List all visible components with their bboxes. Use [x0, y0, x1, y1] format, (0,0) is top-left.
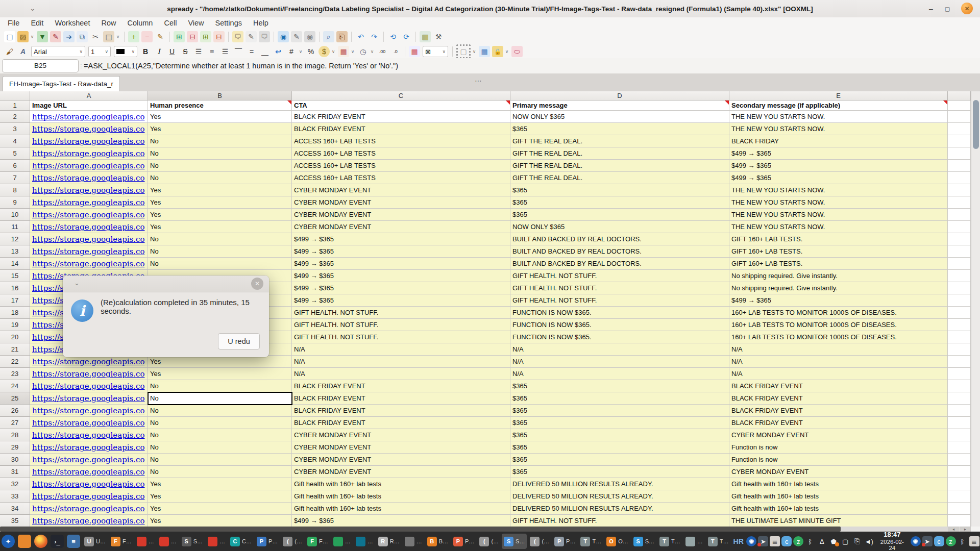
cell-D12[interactable]: BUILT AND BACKED BY REAL DOCTORS. — [510, 233, 729, 245]
cell-F29[interactable] — [948, 441, 971, 454]
valign-bottom-icon[interactable]: ⎽ — [259, 46, 271, 57]
image-url-link[interactable]: https://storage.googleapis.co — [32, 492, 144, 501]
row-header-33[interactable]: 33 — [0, 490, 30, 503]
cell-B11[interactable]: Yes — [148, 221, 292, 233]
menu-worksheet[interactable]: Worksheet — [49, 17, 95, 29]
align-right-icon[interactable]: ☰ — [219, 46, 231, 57]
cell-A22[interactable]: https://storage.googleapis.co — [30, 356, 148, 368]
save-as-icon[interactable]: ✎ — [50, 31, 61, 42]
cell-F17[interactable] — [948, 294, 971, 307]
cell-F28[interactable] — [948, 429, 971, 441]
cell-A11[interactable]: https://storage.googleapis.co — [30, 221, 148, 233]
merge-cells-icon[interactable]: ↩ — [273, 46, 284, 57]
row-header-8[interactable]: 8 — [0, 184, 30, 196]
cell-C22[interactable]: N/A — [292, 356, 510, 368]
cell-D31[interactable]: $365 — [510, 466, 729, 478]
cell-A3[interactable]: https://storage.googleapis.co — [30, 123, 148, 135]
cell-C17[interactable]: $499 → $365 — [292, 294, 510, 307]
align-left-icon[interactable]: ☰ — [193, 46, 204, 57]
cut-icon[interactable]: ✂ — [90, 31, 101, 42]
clock[interactable]: 18:47 2026-02-24 — [878, 531, 906, 551]
image-url-link[interactable]: https://storage.googleapis.co — [32, 455, 144, 464]
menu-cell[interactable]: Cell — [158, 17, 182, 29]
cell-B35[interactable]: Yes — [148, 515, 292, 527]
header-cell-F1[interactable] — [948, 101, 971, 111]
image-url-link[interactable]: https://storage.googleapis.co — [32, 235, 144, 244]
cell-B31[interactable]: No — [148, 466, 292, 478]
cell-F14[interactable] — [948, 258, 971, 270]
header-cell-A1[interactable]: Image URL — [30, 101, 148, 111]
image-url-link[interactable]: https://storage.googleapis.co — [32, 210, 144, 219]
vertical-scrollbar-thumb[interactable] — [973, 100, 979, 149]
cell-C15[interactable]: $499 → $365 — [292, 270, 510, 282]
image-url-link[interactable]: https://storage.googleapis.co — [32, 186, 144, 195]
pattern-select[interactable]: ⊠∨ — [423, 46, 448, 57]
percent-format-icon[interactable]: % — [305, 46, 316, 57]
cell-reference-box[interactable]: B25 — [2, 59, 79, 72]
dialog-close-icon[interactable]: ✕ — [251, 278, 263, 290]
format-as-table-icon[interactable]: ▦ — [479, 46, 490, 57]
image-url-link[interactable]: https://storage.googleapis.co — [32, 480, 144, 489]
cell-D16[interactable]: GIFT HEALTH. NOT STUFF. — [510, 282, 729, 294]
cell-F21[interactable] — [948, 343, 971, 356]
cell-C30[interactable]: CYBER MONDAY EVENT — [292, 454, 510, 466]
cell-A24[interactable]: https://storage.googleapis.co — [30, 380, 148, 392]
cell-D4[interactable]: GIFT THE REAL DEAL. — [510, 135, 729, 147]
cell-D6[interactable]: GIFT THE REAL DEAL. — [510, 160, 729, 172]
cell-F6[interactable] — [948, 160, 971, 172]
cell-E26[interactable]: BLACK FRIDAY EVENT — [729, 405, 948, 417]
row-header-23[interactable]: 23 — [0, 368, 30, 380]
cell-A5[interactable]: https://storage.googleapis.co — [30, 147, 148, 160]
image-url-link[interactable]: https://storage.googleapis.co — [32, 173, 144, 183]
column-header-A[interactable]: A — [30, 91, 148, 101]
chevron-down-icon[interactable]: ∨ — [504, 49, 509, 54]
taskbar-window-4[interactable]: … — [157, 534, 179, 549]
cell-D23[interactable]: N/A — [510, 368, 729, 380]
row-header-15[interactable]: 15 — [0, 270, 30, 282]
cell-F2[interactable] — [948, 111, 971, 123]
chevron-down-icon[interactable]: ∨ — [331, 49, 336, 54]
tab-overflow-indicator[interactable]: ⋯ — [475, 77, 482, 85]
cell-E8[interactable]: THE NEW YOU STARTS NOW. — [729, 184, 948, 196]
vertical-scrollbar[interactable] — [971, 91, 980, 527]
cell-F20[interactable] — [948, 331, 971, 343]
cell-E6[interactable]: $499 → $365 — [729, 160, 948, 172]
cell-C12[interactable]: $499 → $365 — [292, 233, 510, 245]
cell-E28[interactable]: CYBER MONDAY EVENT — [729, 429, 948, 441]
cell-C25[interactable]: BLACK FRIDAY EVENT — [292, 392, 510, 405]
taskbar-window-19[interactable]: ((… — [528, 534, 551, 549]
row-header-19[interactable]: 19 — [0, 319, 30, 331]
image-url-link[interactable]: https://storage.googleapis.co — [32, 247, 144, 256]
header-cell-D1[interactable]: Primary message — [510, 101, 729, 111]
new-file-icon[interactable]: ▢ — [4, 31, 15, 42]
cell-F10[interactable] — [948, 209, 971, 221]
row-header-20[interactable]: 20 — [0, 331, 30, 343]
dialog-title-bar[interactable]: ⌄ ✕ — [63, 276, 269, 292]
decrease-decimals-icon[interactable]: .0 — [390, 46, 401, 57]
row-header-28[interactable]: 28 — [0, 429, 30, 441]
bold-button[interactable]: B — [140, 46, 151, 57]
format-painter-icon[interactable]: 🖌 — [4, 46, 15, 57]
cell-C2[interactable]: BLACK FRIDAY EVENT — [292, 111, 510, 123]
image-url-link[interactable]: https://storage.googleapis.co — [32, 431, 144, 440]
cell-E17[interactable]: $499 → $365 — [729, 294, 948, 307]
cell-C16[interactable]: $499 → $365 — [292, 282, 510, 294]
cell-F31[interactable] — [948, 466, 971, 478]
edit-comment-icon[interactable]: ✎ — [246, 31, 257, 42]
cell-B13[interactable]: No — [148, 245, 292, 258]
cell-D29[interactable]: $365 — [510, 441, 729, 454]
cell-F23[interactable] — [948, 368, 971, 380]
text-editor-icon[interactable]: ≡ — [67, 535, 80, 548]
taskbar-window-5[interactable]: SS… — [180, 534, 205, 549]
cell-D21[interactable]: N/A — [510, 343, 729, 356]
open-dropdown-icon[interactable]: ∨ — [30, 34, 35, 39]
currency-format-icon[interactable]: $ — [318, 46, 330, 57]
selection-box[interactable] — [148, 392, 292, 405]
cell-B10[interactable]: Yes — [148, 209, 292, 221]
row-header-24[interactable]: 24 — [0, 380, 30, 392]
row-header-35[interactable]: 35 — [0, 515, 30, 527]
delete-row-icon[interactable]: ⊟ — [187, 31, 198, 42]
menu-edit[interactable]: Edit — [25, 17, 49, 29]
cell-E15[interactable]: No shipping required. Give instantly. — [729, 270, 948, 282]
taskbar-window-12[interactable]: … — [354, 534, 375, 549]
